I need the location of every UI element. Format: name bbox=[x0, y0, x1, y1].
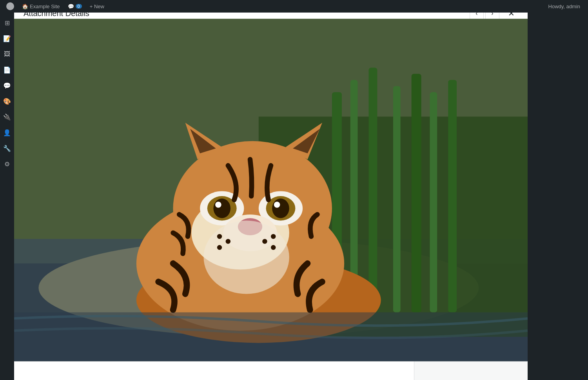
sidebar-pages[interactable]: 📄 bbox=[0, 63, 14, 77]
home-icon: 🏠 bbox=[22, 4, 28, 9]
svg-text:W: W bbox=[9, 5, 12, 8]
wp-logo: W bbox=[6, 2, 14, 10]
admin-bar: W 🏠 Example Site 💬 0 + New Howdy, admin bbox=[0, 0, 588, 13]
sidebar-posts[interactable]: 📝 bbox=[0, 31, 14, 45]
wp-logo-item[interactable]: W bbox=[3, 0, 17, 13]
admin-bar-right: Howdy, admin bbox=[548, 4, 585, 9]
sidebar-comments[interactable]: 💬 bbox=[0, 78, 14, 93]
sidebar-users[interactable]: 👤 bbox=[0, 125, 14, 140]
svg-rect-4 bbox=[24, 71, 188, 181]
new-item[interactable]: + New bbox=[87, 0, 107, 13]
sidebar-tools[interactable]: 🔧 bbox=[0, 141, 14, 155]
sidebar-plugins[interactable]: 🔌 bbox=[0, 110, 14, 124]
new-label: + New bbox=[90, 4, 104, 9]
comments-count: 0 bbox=[76, 4, 82, 9]
sidebar-dashboard[interactable]: ⊞ bbox=[0, 16, 14, 30]
sidebar-settings[interactable]: ⚙ bbox=[0, 157, 14, 171]
image-canvas bbox=[24, 71, 188, 181]
wp-sidebar: ⊞ 📝 🖼 📄 💬 🎨 🔌 👤 🔧 ⚙ bbox=[0, 13, 14, 380]
comments-item[interactable]: 💬 0 bbox=[65, 0, 85, 13]
site-name: Example Site bbox=[30, 4, 60, 9]
sidebar-media[interactable]: 🖼 bbox=[0, 47, 14, 61]
sidebar-appearance[interactable]: 🎨 bbox=[0, 94, 14, 108]
comment-icon: 💬 bbox=[68, 4, 74, 9]
howdy-text: Howdy, admin bbox=[548, 4, 580, 9]
tiger-image bbox=[24, 71, 188, 181]
editor-area: Crop Rotate left bbox=[14, 27, 414, 380]
modal-body: Crop Rotate left bbox=[14, 27, 528, 380]
site-name-item[interactable]: 🏠 Example Site bbox=[19, 0, 63, 13]
attachment-details-modal: Attachment Details ‹ › ✕ bbox=[14, 0, 528, 380]
